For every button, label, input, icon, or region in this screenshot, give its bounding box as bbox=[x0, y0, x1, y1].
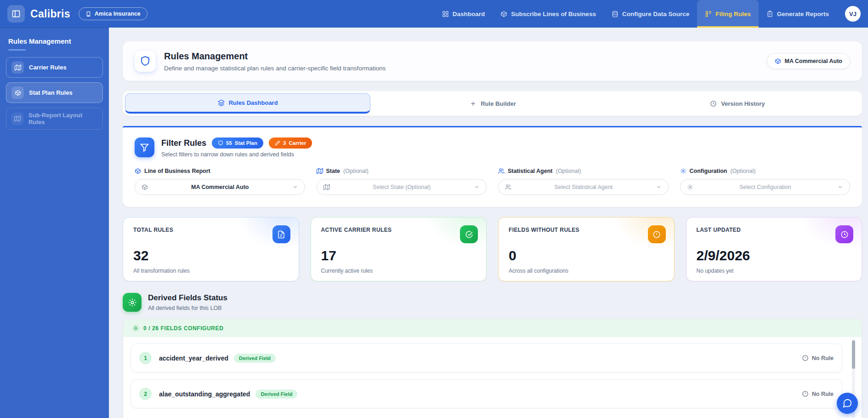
chevron-down-icon bbox=[292, 184, 298, 190]
panel-toggle-icon bbox=[11, 9, 21, 18]
sidebar-toggle-button[interactable] bbox=[7, 5, 25, 23]
nav-label: Subscribe Lines of Business bbox=[511, 11, 596, 17]
stat-value: 17 bbox=[321, 248, 477, 263]
rule-status-label: No Rule bbox=[812, 355, 834, 361]
tab-label: Rules Dashboard bbox=[229, 99, 278, 106]
rule-status: No Rule bbox=[802, 355, 834, 361]
state-select[interactable]: Select State (Optional) bbox=[317, 179, 487, 195]
nav-filing-rules[interactable]: Filing Rules bbox=[697, 0, 759, 28]
gear-icon bbox=[687, 184, 693, 190]
statistical-agent-select[interactable]: Select Statistical Agent bbox=[498, 179, 669, 195]
stat-card-total-rules: TOTAL RULES 32 All transformation rules bbox=[123, 217, 299, 281]
map-icon bbox=[317, 168, 323, 174]
tab-bar: Rules Dashboard Rule Builder Version His… bbox=[123, 91, 862, 116]
tab-rules-dashboard[interactable]: Rules Dashboard bbox=[125, 93, 370, 114]
carrier-count-chip[interactable]: 3 Carrier bbox=[269, 137, 312, 149]
gear-icon bbox=[680, 168, 686, 174]
nav-subscribe-lines-of-business[interactable]: Subscribe Lines of Business bbox=[493, 0, 604, 28]
filter-rules-card: Filter Rules 55 Stat Plan 3 Carrier bbox=[123, 126, 862, 207]
derived-fields-header: Derived Fields Status All derived fields… bbox=[123, 293, 862, 312]
layers-icon bbox=[218, 99, 225, 106]
filter-title: Filter Rules bbox=[161, 138, 206, 148]
nav-dashboard[interactable]: Dashboard bbox=[434, 0, 493, 28]
field-label-text: State bbox=[326, 168, 340, 174]
lob-badge[interactable]: MA Commercial Auto bbox=[767, 53, 850, 69]
tab-rule-builder[interactable]: Rule Builder bbox=[370, 93, 615, 114]
stat-value: 2/9/2026 bbox=[697, 248, 852, 263]
panel-scrollbar-thumb[interactable] bbox=[852, 340, 855, 369]
derived-fields-subtitle: All derived fields for this LOB bbox=[148, 305, 227, 311]
sidebar-item-stat-plan-rules[interactable]: Stat Plan Rules bbox=[6, 82, 103, 103]
tab-label: Rule Builder bbox=[481, 100, 516, 107]
field-label-text: Statistical Agent bbox=[508, 168, 552, 174]
sidebar-title: Rules Management bbox=[0, 28, 109, 45]
filter-field-state: State (Optional) Select State (Optional) bbox=[317, 168, 487, 195]
pencil-icon bbox=[275, 140, 280, 146]
nav-label: Generate Reports bbox=[777, 11, 829, 17]
select-value: MA Commercial Auto bbox=[148, 184, 292, 190]
filter-subtitle: Select filters to narrow down rules and … bbox=[161, 151, 312, 158]
nav-configure-data-source[interactable]: Configure Data Source bbox=[604, 0, 697, 28]
chip-count: 55 bbox=[226, 140, 232, 146]
document-icon bbox=[272, 225, 290, 243]
stat-plan-count-chip[interactable]: 55 Stat Plan bbox=[212, 137, 263, 149]
field-label-text: Line of Business Report bbox=[144, 168, 210, 174]
select-placeholder: Select Configuration bbox=[693, 184, 838, 190]
fields-configured-header: 0 / 26 FIELDS CONFIGURED bbox=[123, 319, 862, 337]
field-row-accident-year-derived[interactable]: 1 accident_year_derived Derived Field No… bbox=[130, 344, 842, 372]
sidebar-title-underline bbox=[8, 49, 26, 51]
sidebar-item-sub-report-layout-rules[interactable]: Sub-Report Layout Rules bbox=[6, 108, 103, 130]
field-optional-text: (Optional) bbox=[343, 168, 369, 174]
funnel-icon bbox=[135, 137, 154, 157]
derived-field-badge: Derived Field bbox=[234, 354, 276, 363]
sidebar-item-carrier-rules[interactable]: Carrier Rules bbox=[6, 57, 103, 78]
user-avatar[interactable]: VJ bbox=[845, 6, 861, 22]
package-icon bbox=[142, 184, 148, 190]
chat-button[interactable] bbox=[837, 393, 858, 414]
tab-version-history[interactable]: Version History bbox=[615, 93, 860, 114]
stat-label: TOTAL RULES bbox=[133, 227, 289, 233]
filter-field-lob: Line of Business Report MA Commercial Au… bbox=[135, 168, 305, 195]
ruler-icon bbox=[705, 11, 712, 17]
info-circle-icon bbox=[802, 390, 809, 397]
sidebar-item-label: Sub-Report Layout Rules bbox=[28, 112, 97, 126]
filter-field-statistical-agent: Statistical Agent (Optional) Select Stat… bbox=[498, 168, 669, 195]
field-name: accident_year_derived bbox=[159, 355, 228, 362]
database-icon bbox=[612, 11, 618, 17]
field-row-alae-outstanding-aggregated[interactable]: 2 alae_outstanding_aggregated Derived Fi… bbox=[130, 379, 842, 408]
page-title: Rules Management bbox=[164, 51, 386, 62]
gear-icon bbox=[123, 293, 142, 312]
derived-fields-list: 1 accident_year_derived Derived Field No… bbox=[123, 337, 862, 418]
stat-label: FIELDS WITHOUT RULES bbox=[509, 227, 664, 233]
fields-configured-summary: 0 / 26 FIELDS CONFIGURED bbox=[143, 325, 223, 332]
field-name: alae_outstanding_aggregated bbox=[159, 390, 250, 398]
stats-row: TOTAL RULES 32 All transformation rules … bbox=[123, 217, 862, 281]
stat-value: 0 bbox=[509, 248, 664, 263]
nav-generate-reports[interactable]: Generate Reports bbox=[759, 0, 837, 28]
clipboard-icon bbox=[766, 11, 773, 17]
derived-fields-title: Derived Fields Status bbox=[148, 293, 227, 303]
org-badge[interactable]: Amica Insurance bbox=[79, 7, 148, 20]
package-icon bbox=[11, 86, 24, 99]
topbar: Calibris Amica Insurance Dashboard Subsc… bbox=[0, 0, 868, 28]
derived-fields-panel: 0 / 26 FIELDS CONFIGURED 1 accident_year… bbox=[123, 319, 862, 418]
package-icon bbox=[775, 58, 781, 64]
chip-label: Stat Plan bbox=[235, 140, 257, 146]
stat-caption: No updates yet bbox=[697, 268, 852, 274]
configuration-select[interactable]: Select Configuration bbox=[680, 179, 851, 195]
page-subtitle: Define and manage statistical plan rules… bbox=[164, 65, 386, 72]
stat-card-active-carrier-rules: ACTIVE CARRIER RULES 17 Currently active… bbox=[311, 217, 487, 281]
nav-label: Configure Data Source bbox=[622, 11, 689, 17]
lob-select[interactable]: MA Commercial Auto bbox=[135, 179, 305, 195]
dashboard-grid-icon bbox=[442, 11, 449, 17]
field-optional-text: (Optional) bbox=[730, 168, 755, 174]
nav-label: Filing Rules bbox=[715, 11, 751, 17]
plus-icon bbox=[470, 100, 477, 107]
filter-field-configuration: Configuration (Optional) Select Configur… bbox=[680, 168, 851, 195]
map-icon bbox=[323, 184, 330, 190]
stat-value: 32 bbox=[133, 248, 289, 263]
map-icon bbox=[11, 61, 24, 74]
map-icon bbox=[11, 113, 23, 125]
chip-count: 3 bbox=[283, 140, 286, 146]
check-circle-icon bbox=[460, 225, 478, 243]
